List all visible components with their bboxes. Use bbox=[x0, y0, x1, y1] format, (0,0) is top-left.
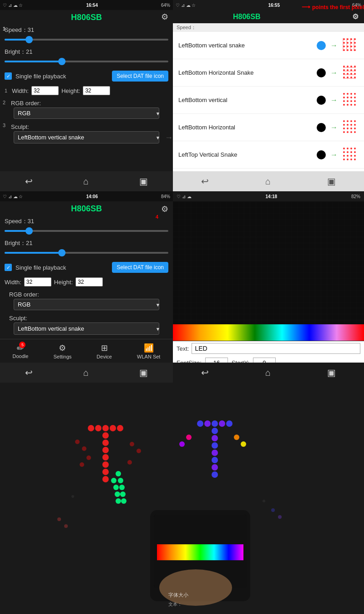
rgb-select-3[interactable]: RGB bbox=[14, 299, 159, 310]
single-file-checkbox[interactable]: ✓ bbox=[5, 72, 12, 80]
select-dat-button[interactable]: Select DAT file icon bbox=[112, 71, 168, 82]
radio-button[interactable] bbox=[317, 123, 326, 132]
svg-point-66 bbox=[350, 131, 352, 133]
dropdown-list-item[interactable]: LeftBottom Horizontal Snake→ bbox=[173, 59, 364, 87]
recents-icon-4[interactable]: ▣ bbox=[327, 367, 336, 378]
led-canvas[interactable] bbox=[173, 201, 364, 324]
dropdown-list-item[interactable]: LeftBottom Horizontal→ bbox=[173, 114, 364, 141]
recents-icon-1[interactable]: ▣ bbox=[139, 176, 148, 187]
bright-thumb[interactable] bbox=[58, 58, 66, 65]
bright-track-3[interactable] bbox=[5, 252, 168, 254]
gear-icon-2[interactable]: ⚙ bbox=[352, 12, 359, 21]
width-input[interactable] bbox=[31, 86, 59, 95]
svg-point-163 bbox=[130, 442, 134, 446]
radio-button[interactable] bbox=[317, 41, 326, 50]
svg-point-155 bbox=[115, 491, 120, 497]
svg-point-170 bbox=[226, 420, 233, 427]
svg-point-13 bbox=[354, 38, 356, 40]
width-input-3[interactable] bbox=[24, 277, 51, 287]
home-icon-3[interactable]: ⌂ bbox=[83, 368, 89, 378]
back-icon-3[interactable]: ↩ bbox=[25, 367, 33, 378]
rgb-order-label: RGB order: bbox=[5, 98, 168, 107]
bright-thumb-3[interactable] bbox=[58, 249, 66, 256]
dropdown-list-item[interactable]: LeftBottom vertical→ bbox=[173, 87, 364, 114]
svg-point-146 bbox=[102, 454, 109, 460]
app-title-1: H806SB bbox=[0, 10, 173, 24]
svg-point-75 bbox=[347, 155, 349, 157]
settings-icon: ⚙ bbox=[59, 343, 66, 353]
radio-button[interactable] bbox=[317, 150, 326, 159]
height-input[interactable] bbox=[83, 86, 110, 95]
svg-point-63 bbox=[354, 128, 356, 129]
sculpt-select-3[interactable]: LeftBottom vertical snake bbox=[14, 322, 159, 335]
svg-point-35 bbox=[343, 93, 345, 95]
svg-point-171 bbox=[212, 428, 218, 434]
rgb-order-label-3: RGB order: bbox=[5, 289, 168, 299]
device-toolbar-item[interactable]: ⊞ Device bbox=[96, 343, 112, 359]
status-bar-1: ♡ ⊿ ☁ ☆ 16:54 64% bbox=[0, 0, 173, 10]
home-icon-4[interactable]: ⌂ bbox=[265, 368, 271, 378]
speed-track-3[interactable] bbox=[5, 230, 168, 232]
doodle-toolbar-item[interactable]: ✏ 5 Doodle bbox=[13, 343, 29, 359]
settings-toolbar-item[interactable]: ⚙ Settings bbox=[54, 343, 72, 359]
radio-button[interactable] bbox=[317, 68, 326, 77]
svg-point-168 bbox=[212, 420, 218, 427]
speed-track[interactable] bbox=[5, 39, 168, 41]
svg-point-181 bbox=[179, 441, 185, 447]
panel-1: ♡ ⊿ ☁ ☆ 16:54 64% H806SB ⚙ 1 Speed：31 Br… bbox=[0, 0, 173, 191]
sculpt-label-3: Sculpt: bbox=[5, 312, 168, 322]
gear-icon-1[interactable]: ⚙ bbox=[161, 12, 168, 22]
rgb-select-wrap: RGB RBG GRB GBR BRG BGR ▼ bbox=[9, 107, 164, 119]
home-icon-2[interactable]: ⌂ bbox=[265, 176, 271, 187]
svg-point-27 bbox=[347, 73, 349, 75]
dropdown-list-item[interactable]: LeftTop Vertical Snake→ bbox=[173, 141, 364, 169]
svg-point-166 bbox=[197, 420, 203, 427]
battery-1: 64% bbox=[161, 3, 170, 8]
speed-thumb-3[interactable] bbox=[25, 227, 33, 235]
single-file-checkbox-3[interactable]: ✓ bbox=[5, 264, 12, 271]
recents-icon-2[interactable]: ▣ bbox=[327, 176, 336, 187]
svg-point-8 bbox=[347, 49, 349, 51]
gear-icon-3[interactable]: ⚙ bbox=[161, 204, 168, 214]
back-icon-2[interactable]: ↩ bbox=[201, 176, 209, 187]
svg-point-165 bbox=[127, 460, 132, 465]
dropdown-item-label: LeftBottom Horizontal Snake bbox=[178, 69, 312, 76]
svg-point-62 bbox=[350, 128, 352, 129]
svg-point-30 bbox=[343, 77, 345, 78]
home-icon-1[interactable]: ⌂ bbox=[83, 176, 89, 187]
annotation-arrow-icon: ⟶ bbox=[302, 4, 310, 10]
bright-track[interactable] bbox=[5, 61, 168, 62]
color-bar[interactable] bbox=[173, 324, 364, 341]
rgb-select[interactable]: RGB RBG GRB GBR BRG BGR bbox=[14, 107, 159, 119]
svg-rect-68 bbox=[340, 145, 359, 163]
nav-bar-3: ↩ ⌂ ▣ bbox=[0, 363, 173, 383]
svg-point-173 bbox=[212, 442, 218, 449]
svg-point-41 bbox=[347, 100, 349, 102]
green-arrow-icon: → bbox=[330, 41, 338, 50]
width-height-row-3: Width: Height: bbox=[0, 276, 173, 288]
text-input[interactable] bbox=[192, 343, 360, 354]
dropdown-list-item[interactable]: LeftBottom vertical snake→ bbox=[173, 32, 364, 59]
svg-point-11 bbox=[350, 46, 352, 47]
recents-icon-3[interactable]: ▣ bbox=[139, 367, 148, 378]
radio-button[interactable] bbox=[317, 96, 326, 105]
status-icons-4: ♡ ⊿ ☁ bbox=[177, 194, 192, 199]
single-file-label-3: Single file playback bbox=[15, 264, 66, 271]
select-dat-button-3[interactable]: Select DAT file icon bbox=[112, 262, 168, 273]
wlan-toolbar-item[interactable]: 📶 WLAN Set bbox=[137, 343, 160, 359]
svg-point-158 bbox=[121, 498, 126, 504]
svg-text:字体大小: 字体大小 bbox=[168, 592, 188, 598]
speed-thumb[interactable] bbox=[25, 36, 33, 43]
svg-point-147 bbox=[102, 461, 109, 468]
back-icon-4[interactable]: ↩ bbox=[201, 367, 209, 378]
sculpt-label: Sculpt: bbox=[5, 121, 168, 131]
back-icon-1[interactable]: ↩ bbox=[25, 176, 33, 187]
svg-point-20 bbox=[350, 66, 352, 67]
sculpt-select[interactable]: LeftBottom vertical snake LeftBottom Hor… bbox=[14, 131, 159, 143]
speed-label-2: Speed： bbox=[173, 23, 364, 32]
svg-point-31 bbox=[347, 77, 349, 78]
green-arrow-icon: → bbox=[330, 96, 338, 104]
svg-point-46 bbox=[350, 104, 352, 106]
height-input-3[interactable] bbox=[76, 277, 103, 287]
svg-point-151 bbox=[111, 478, 116, 483]
